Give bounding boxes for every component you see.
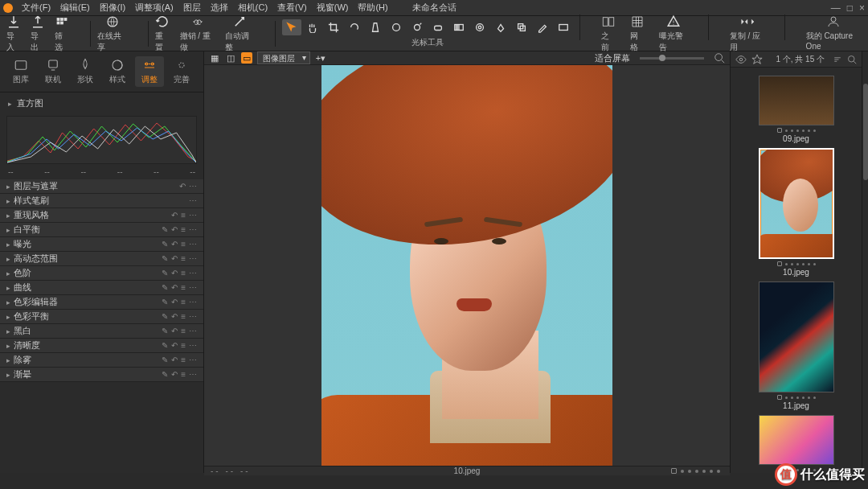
star-icon[interactable] bbox=[751, 54, 763, 65]
section-tool-icon[interactable]: ⋯ bbox=[189, 283, 197, 292]
section-tool-icon[interactable]: ✎ bbox=[162, 240, 168, 249]
adjustment-section[interactable]: ▸除雾✎↶≡⋯ bbox=[0, 353, 203, 368]
import-button[interactable]: 导入 bbox=[6, 14, 21, 53]
menu-item[interactable]: 查看(V) bbox=[273, 2, 311, 14]
menu-item[interactable]: 文件(F) bbox=[18, 2, 55, 14]
section-tool-icon[interactable]: ✎ bbox=[162, 283, 168, 292]
window-control[interactable]: — bbox=[831, 2, 841, 14]
thumbnail[interactable]: 09.jpeg bbox=[740, 76, 852, 143]
gradient-tool[interactable] bbox=[449, 19, 469, 35]
adjustment-section[interactable]: ▸重现风格↶≡⋯ bbox=[0, 208, 203, 223]
auto-adjust-button[interactable]: 自动调整 bbox=[225, 14, 255, 53]
section-tool-icon[interactable]: ⋯ bbox=[189, 355, 197, 364]
section-tool-icon[interactable]: ✎ bbox=[162, 298, 168, 306]
heal-tool[interactable] bbox=[491, 19, 510, 35]
adjustment-section[interactable]: ▸色彩编辑器✎↶≡⋯ bbox=[0, 295, 203, 310]
section-tool-icon[interactable]: ⋯ bbox=[189, 341, 197, 350]
adjustment-section[interactable]: ▸清晰度✎↶≡⋯ bbox=[0, 339, 203, 353]
adjustment-section[interactable]: ▸色彩平衡✎↶≡⋯ bbox=[0, 310, 203, 324]
rotate-tool[interactable] bbox=[345, 19, 364, 35]
section-tool-icon[interactable]: ⋯ bbox=[189, 254, 197, 263]
adjustment-section[interactable]: ▸色阶✎↶≡⋯ bbox=[0, 266, 203, 281]
thumbnail[interactable]: 10.jpeg bbox=[740, 148, 852, 277]
sort-icon[interactable] bbox=[833, 55, 842, 64]
adjustment-section[interactable]: ▸渐晕✎↶≡⋯ bbox=[0, 368, 203, 382]
annotate-tool[interactable] bbox=[533, 19, 552, 35]
main-image[interactable] bbox=[321, 65, 612, 466]
section-tool-icon[interactable]: ⋯ bbox=[189, 240, 197, 249]
tool-tab[interactable]: 形状 bbox=[71, 56, 100, 87]
section-tool-icon[interactable]: ↶ bbox=[171, 327, 178, 335]
section-tool-icon[interactable]: ✎ bbox=[162, 312, 168, 321]
undo-redo-button[interactable]: 撤销 / 重做 bbox=[180, 14, 215, 53]
section-tool-icon[interactable]: ✎ bbox=[162, 327, 168, 335]
adjustment-section[interactable]: ▸白平衡✎↶≡⋯ bbox=[0, 223, 203, 237]
mask-brush-tool[interactable] bbox=[407, 19, 427, 35]
layer-select[interactable]: 图像图层▾ bbox=[257, 51, 310, 64]
section-tool-icon[interactable]: ⋯ bbox=[189, 312, 197, 321]
radial-tool[interactable] bbox=[470, 19, 489, 35]
tool-tab[interactable]: 联机 bbox=[39, 56, 68, 87]
reset-button[interactable]: 重置 bbox=[155, 14, 170, 53]
scrollbar[interactable] bbox=[862, 51, 868, 473]
section-tool-icon[interactable]: ↶ bbox=[171, 283, 178, 292]
section-tool-icon[interactable]: ≡ bbox=[181, 240, 186, 249]
section-tool-icon[interactable]: ⋯ bbox=[189, 182, 197, 191]
section-tool-icon[interactable]: ≡ bbox=[181, 341, 186, 350]
adjustment-section[interactable]: ▸黑白✎↶≡⋯ bbox=[0, 324, 203, 339]
section-tool-icon[interactable]: ↶ bbox=[171, 298, 178, 306]
section-tool-icon[interactable]: ↶ bbox=[171, 370, 178, 379]
view-multi-icon[interactable]: ◫ bbox=[225, 52, 236, 64]
view-single-icon[interactable]: ▦ bbox=[209, 52, 220, 64]
share-button[interactable]: 在线共享 bbox=[97, 14, 127, 53]
section-tool-icon[interactable]: ≡ bbox=[181, 211, 186, 220]
section-tool-icon[interactable]: ✎ bbox=[162, 370, 168, 379]
filter-button[interactable]: 筛选 bbox=[55, 14, 69, 53]
menu-item[interactable]: 图层 bbox=[179, 2, 205, 14]
section-tool-icon[interactable]: ≡ bbox=[181, 254, 186, 263]
section-tool-icon[interactable]: ⋯ bbox=[189, 269, 197, 277]
zoom-fit-label[interactable]: 适合屏幕 bbox=[595, 52, 630, 64]
section-tool-icon[interactable]: ✎ bbox=[162, 254, 168, 263]
section-tool-icon[interactable]: ✎ bbox=[162, 355, 168, 364]
grid-button[interactable]: 网格 bbox=[630, 14, 645, 53]
mask-erase-tool[interactable] bbox=[428, 19, 448, 35]
add-layer-icon[interactable]: +▾ bbox=[315, 52, 326, 64]
section-tool-icon[interactable]: ≡ bbox=[181, 225, 186, 234]
keystone-tool[interactable] bbox=[366, 19, 385, 35]
section-tool-icon[interactable]: ≡ bbox=[181, 298, 186, 306]
section-tool-icon[interactable]: ↶ bbox=[171, 254, 178, 263]
section-tool-icon[interactable]: ✎ bbox=[162, 269, 168, 277]
export-button[interactable]: 导出 bbox=[31, 14, 45, 53]
overlay-tool[interactable] bbox=[554, 19, 573, 35]
section-tool-icon[interactable]: ⋯ bbox=[189, 298, 197, 306]
adjustment-section[interactable]: ▸曝光✎↶≡⋯ bbox=[0, 237, 203, 252]
section-tool-icon[interactable]: ↶ bbox=[171, 269, 178, 277]
rating-dots[interactable] bbox=[671, 468, 720, 474]
view-proof-icon[interactable]: ▭ bbox=[241, 52, 252, 64]
menu-item[interactable]: 编辑(E) bbox=[56, 2, 94, 14]
exposure-warning-button[interactable]: 曝光警告 bbox=[659, 14, 687, 53]
search-icon[interactable] bbox=[714, 52, 725, 64]
section-tool-icon[interactable]: ↶ bbox=[179, 182, 186, 191]
menu-item[interactable]: 调整项(A) bbox=[131, 2, 178, 14]
spot-tool[interactable] bbox=[387, 19, 406, 35]
histogram-header[interactable]: ▸直方图 bbox=[0, 92, 203, 114]
menu-item[interactable]: 图像(I) bbox=[96, 2, 129, 14]
menu-item[interactable]: 视窗(W) bbox=[313, 2, 353, 14]
section-tool-icon[interactable]: ⋯ bbox=[189, 196, 197, 205]
section-tool-icon[interactable]: ≡ bbox=[181, 312, 186, 321]
section-tool-icon[interactable]: ≡ bbox=[181, 269, 186, 277]
adjustment-section[interactable]: ▸曲线✎↶≡⋯ bbox=[0, 281, 203, 295]
section-tool-icon[interactable]: ↶ bbox=[171, 240, 178, 249]
section-tool-icon[interactable]: ⋯ bbox=[189, 211, 197, 220]
tool-tab[interactable]: 调整 bbox=[135, 56, 164, 87]
visibility-icon[interactable] bbox=[735, 54, 747, 65]
adjustment-section[interactable]: ▸高动态范围✎↶≡⋯ bbox=[0, 252, 203, 266]
tool-tab[interactable]: 图库 bbox=[6, 56, 35, 87]
menu-item[interactable]: 选择 bbox=[207, 2, 232, 14]
adjustment-section[interactable]: ▸样式笔刷⋯ bbox=[0, 194, 203, 208]
hand-tool[interactable] bbox=[303, 19, 322, 35]
before-button[interactable]: 之前 bbox=[601, 14, 616, 53]
zoom-slider[interactable] bbox=[640, 57, 704, 60]
